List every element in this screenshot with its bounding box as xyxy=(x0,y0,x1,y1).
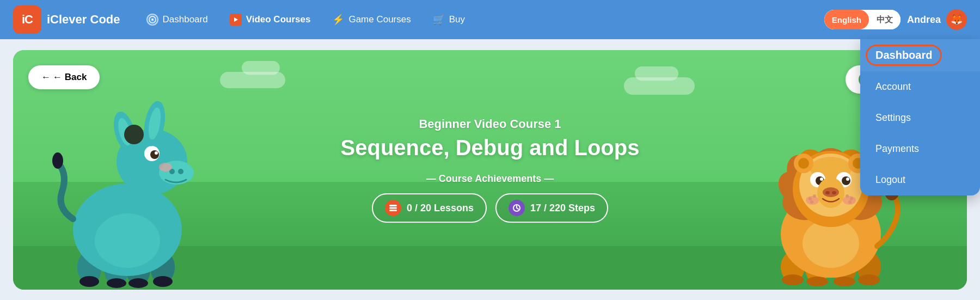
svg-point-69 xyxy=(843,196,856,205)
main-content: ← ← Back Video Course xyxy=(0,39,980,300)
dropdown-item-payments[interactable]: Payments xyxy=(860,133,980,164)
lang-switcher[interactable]: English 中文 xyxy=(824,10,901,29)
donkey-illustration xyxy=(46,83,198,290)
svg-point-33 xyxy=(782,274,804,285)
cloud-4 xyxy=(635,66,678,81)
svg-marker-2 xyxy=(234,17,238,22)
svg-point-28 xyxy=(52,152,63,169)
lessons-icon xyxy=(385,200,401,216)
lang-english[interactable]: English xyxy=(824,10,869,29)
course-subtitle: Beginner Video Course 1 xyxy=(341,117,640,131)
svg-point-21 xyxy=(155,151,158,155)
logo-icon: iC xyxy=(13,5,41,34)
nav-item-game-courses[interactable]: ⚡ Game Courses xyxy=(323,9,419,30)
svg-point-57 xyxy=(846,177,849,181)
achievements-badges: 0 / 20 Lessons 17 / 220 Steps xyxy=(341,193,640,223)
dropdown-item-logout[interactable]: Logout xyxy=(860,164,980,195)
video-icon xyxy=(230,14,242,26)
dropdown-item-settings[interactable]: Settings xyxy=(860,102,980,133)
svg-rect-76 xyxy=(389,210,397,211)
svg-point-35 xyxy=(834,277,855,286)
banner-center: Beginner Video Course 1 Sequence, Debug … xyxy=(341,117,640,223)
dropdown-item-dashboard[interactable]: Dashboard xyxy=(860,39,980,71)
achievements-label: — Course Achievements — xyxy=(341,173,640,185)
cart-icon: 🛒 xyxy=(433,14,445,26)
user-dropdown-menu: Dashboard Account Settings Payments Logo… xyxy=(860,39,980,195)
course-banner: ← ← Back Video Course xyxy=(13,50,967,290)
nav-items: Dashboard Video Courses ⚡ Game Courses 🛒… xyxy=(138,9,824,30)
user-avatar: 🦊 xyxy=(946,9,967,30)
svg-point-68 xyxy=(806,196,819,205)
svg-point-60 xyxy=(825,191,830,194)
svg-point-9 xyxy=(107,278,126,288)
user-name: Andrea xyxy=(907,14,941,26)
logo-container[interactable]: iC iClever Code xyxy=(13,5,120,34)
svg-point-8 xyxy=(79,276,99,287)
nav-item-video-courses[interactable]: Video Courses xyxy=(221,9,320,30)
game-icon: ⚡ xyxy=(332,14,344,26)
svg-point-59 xyxy=(823,187,839,197)
dropdown-item-account[interactable]: Account xyxy=(860,71,980,102)
nav-item-dashboard[interactable]: Dashboard xyxy=(138,9,217,30)
svg-point-11 xyxy=(153,276,173,287)
svg-point-10 xyxy=(128,278,148,288)
dashboard-highlight: Dashboard xyxy=(875,49,932,62)
lessons-badge: 0 / 20 Lessons xyxy=(372,193,487,223)
svg-point-54 xyxy=(820,177,823,181)
svg-point-20 xyxy=(150,150,159,159)
svg-point-22 xyxy=(159,163,172,172)
svg-rect-74 xyxy=(389,205,397,206)
course-title: Sequence, Debug and Loops xyxy=(341,136,640,160)
steps-icon xyxy=(509,200,525,216)
svg-point-1 xyxy=(151,19,154,21)
navbar: iC iClever Code Dashboard Video Courses xyxy=(0,0,980,39)
svg-point-61 xyxy=(832,191,836,194)
nav-right: English 中文 Andrea 🦊 xyxy=(824,9,967,30)
steps-badge: 17 / 220 Steps xyxy=(495,193,608,223)
svg-point-18 xyxy=(178,169,183,174)
nav-item-buy[interactable]: 🛒 Buy xyxy=(424,9,474,30)
svg-point-34 xyxy=(806,277,828,286)
svg-point-36 xyxy=(858,274,880,285)
svg-rect-75 xyxy=(389,207,397,209)
svg-point-71 xyxy=(798,158,809,169)
brand-name: iClever Code xyxy=(47,13,120,27)
svg-point-13 xyxy=(95,213,160,268)
lang-chinese[interactable]: 中文 xyxy=(869,10,901,29)
dashboard-icon xyxy=(146,14,158,26)
back-arrow-icon: ← xyxy=(41,72,51,83)
svg-point-56 xyxy=(842,176,850,185)
cloud-2 xyxy=(242,61,280,75)
svg-point-27 xyxy=(124,125,144,144)
user-menu-trigger[interactable]: Andrea 🦊 xyxy=(907,9,967,30)
